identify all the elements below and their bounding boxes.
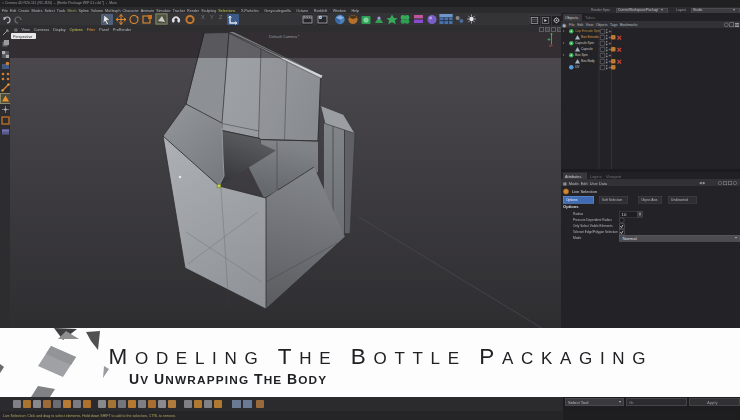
svg-text:Default Camera *: Default Camera * bbox=[269, 34, 300, 39]
